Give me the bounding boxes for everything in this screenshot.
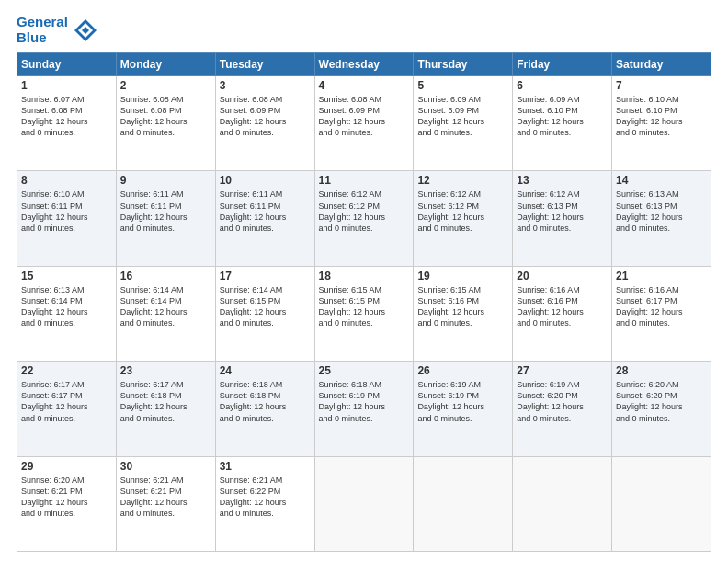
day-info: Sunrise: 6:21 AMSunset: 6:22 PMDaylight:… (220, 475, 311, 520)
day-info: Sunrise: 6:15 AMSunset: 6:15 PMDaylight:… (319, 284, 410, 329)
day-number: 17 (220, 270, 311, 282)
day-number: 16 (120, 270, 211, 282)
page: General Blue SundayMondayTuesdayWednesda… (0, 0, 728, 563)
day-number: 11 (319, 174, 410, 187)
calendar-week-row: 15Sunrise: 6:13 AMSunset: 6:14 PMDayligh… (17, 266, 711, 361)
day-number: 12 (417, 174, 508, 187)
calendar-cell: 24Sunrise: 6:18 AMSunset: 6:18 PMDayligh… (215, 362, 314, 456)
day-header-friday: Friday (513, 53, 612, 76)
day-number: 9 (120, 174, 211, 187)
logo: General Blue (17, 15, 98, 45)
day-info: Sunrise: 6:16 AMSunset: 6:17 PMDaylight:… (616, 284, 707, 329)
calendar-cell (612, 456, 711, 551)
day-info: Sunrise: 6:19 AMSunset: 6:20 PMDaylight:… (517, 379, 608, 424)
day-number: 23 (120, 364, 211, 377)
day-number: 10 (220, 174, 311, 187)
day-info: Sunrise: 6:12 AMSunset: 6:13 PMDaylight:… (517, 189, 608, 234)
day-number: 6 (517, 79, 608, 92)
calendar-cell: 22Sunrise: 6:17 AMSunset: 6:17 PMDayligh… (17, 362, 117, 456)
logo-line1: General (17, 15, 68, 30)
calendar-cell: 17Sunrise: 6:14 AMSunset: 6:15 PMDayligh… (215, 266, 314, 361)
calendar-cell: 27Sunrise: 6:19 AMSunset: 6:20 PMDayligh… (513, 362, 612, 456)
logo-line2: Blue (17, 30, 68, 46)
day-number: 2 (120, 79, 211, 92)
day-number: 15 (21, 270, 112, 282)
day-header-saturday: Saturday (612, 53, 711, 76)
day-number: 8 (21, 174, 112, 187)
day-info: Sunrise: 6:15 AMSunset: 6:16 PMDaylight:… (417, 284, 508, 329)
calendar-cell: 9Sunrise: 6:11 AMSunset: 6:11 PMDaylight… (116, 171, 215, 266)
day-info: Sunrise: 6:12 AMSunset: 6:12 PMDaylight:… (319, 189, 410, 234)
calendar-cell: 15Sunrise: 6:13 AMSunset: 6:14 PMDayligh… (17, 266, 117, 361)
day-info: Sunrise: 6:08 AMSunset: 6:09 PMDaylight:… (220, 94, 311, 139)
calendar-cell: 19Sunrise: 6:15 AMSunset: 6:16 PMDayligh… (414, 266, 513, 361)
day-number: 1 (21, 79, 112, 92)
calendar-cell: 16Sunrise: 6:14 AMSunset: 6:14 PMDayligh… (116, 266, 215, 361)
day-number: 27 (517, 364, 608, 377)
day-info: Sunrise: 6:10 AMSunset: 6:11 PMDaylight:… (21, 189, 112, 234)
calendar-cell: 3Sunrise: 6:08 AMSunset: 6:09 PMDaylight… (215, 76, 314, 171)
calendar-cell (414, 456, 513, 551)
day-header-sunday: Sunday (17, 53, 117, 76)
logo-icon (73, 17, 98, 43)
day-number: 19 (417, 270, 508, 282)
calendar-cell: 2Sunrise: 6:08 AMSunset: 6:08 PMDaylight… (116, 76, 215, 171)
calendar-cell: 25Sunrise: 6:18 AMSunset: 6:19 PMDayligh… (314, 362, 414, 456)
day-number: 4 (319, 79, 410, 92)
day-header-thursday: Thursday (414, 53, 513, 76)
calendar-week-row: 8Sunrise: 6:10 AMSunset: 6:11 PMDaylight… (17, 171, 711, 266)
calendar-table: SundayMondayTuesdayWednesdayThursdayFrid… (17, 52, 711, 552)
day-number: 26 (417, 364, 508, 377)
day-header-monday: Monday (116, 53, 215, 76)
day-number: 24 (220, 364, 311, 377)
calendar-cell: 11Sunrise: 6:12 AMSunset: 6:12 PMDayligh… (314, 171, 414, 266)
calendar-cell: 6Sunrise: 6:09 AMSunset: 6:10 PMDaylight… (513, 76, 612, 171)
day-info: Sunrise: 6:13 AMSunset: 6:13 PMDaylight:… (616, 189, 707, 234)
day-number: 21 (616, 270, 707, 282)
calendar-cell (314, 456, 414, 551)
day-number: 3 (220, 79, 311, 92)
day-number: 14 (616, 174, 707, 187)
day-header-tuesday: Tuesday (215, 53, 314, 76)
calendar-cell (513, 456, 612, 551)
day-info: Sunrise: 6:11 AMSunset: 6:11 PMDaylight:… (120, 189, 211, 234)
calendar-week-row: 1Sunrise: 6:07 AMSunset: 6:08 PMDaylight… (17, 76, 711, 171)
calendar-week-row: 29Sunrise: 6:20 AMSunset: 6:21 PMDayligh… (17, 456, 711, 551)
day-info: Sunrise: 6:08 AMSunset: 6:08 PMDaylight:… (120, 94, 211, 139)
calendar-cell: 31Sunrise: 6:21 AMSunset: 6:22 PMDayligh… (215, 456, 314, 551)
day-number: 18 (319, 270, 410, 282)
day-number: 25 (319, 364, 410, 377)
calendar-cell: 30Sunrise: 6:21 AMSunset: 6:21 PMDayligh… (116, 456, 215, 551)
day-info: Sunrise: 6:13 AMSunset: 6:14 PMDaylight:… (21, 284, 112, 329)
day-info: Sunrise: 6:20 AMSunset: 6:21 PMDaylight:… (21, 475, 112, 520)
day-number: 13 (517, 174, 608, 187)
day-info: Sunrise: 6:14 AMSunset: 6:14 PMDaylight:… (120, 284, 211, 329)
day-info: Sunrise: 6:14 AMSunset: 6:15 PMDaylight:… (220, 284, 311, 329)
day-info: Sunrise: 6:18 AMSunset: 6:18 PMDaylight:… (220, 379, 311, 424)
day-info: Sunrise: 6:10 AMSunset: 6:10 PMDaylight:… (616, 94, 707, 139)
calendar-cell: 4Sunrise: 6:08 AMSunset: 6:09 PMDaylight… (314, 76, 414, 171)
calendar-cell: 14Sunrise: 6:13 AMSunset: 6:13 PMDayligh… (612, 171, 711, 266)
calendar-cell: 13Sunrise: 6:12 AMSunset: 6:13 PMDayligh… (513, 171, 612, 266)
header: General Blue (17, 15, 711, 45)
calendar-cell: 29Sunrise: 6:20 AMSunset: 6:21 PMDayligh… (17, 456, 117, 551)
calendar-cell: 21Sunrise: 6:16 AMSunset: 6:17 PMDayligh… (612, 266, 711, 361)
day-info: Sunrise: 6:17 AMSunset: 6:17 PMDaylight:… (21, 379, 112, 424)
day-info: Sunrise: 6:07 AMSunset: 6:08 PMDaylight:… (21, 94, 112, 139)
calendar-cell: 10Sunrise: 6:11 AMSunset: 6:11 PMDayligh… (215, 171, 314, 266)
calendar-cell: 5Sunrise: 6:09 AMSunset: 6:09 PMDaylight… (414, 76, 513, 171)
day-info: Sunrise: 6:18 AMSunset: 6:19 PMDaylight:… (319, 379, 410, 424)
day-number: 28 (616, 364, 707, 377)
day-info: Sunrise: 6:20 AMSunset: 6:20 PMDaylight:… (616, 379, 707, 424)
day-info: Sunrise: 6:08 AMSunset: 6:09 PMDaylight:… (319, 94, 410, 139)
calendar-cell: 18Sunrise: 6:15 AMSunset: 6:15 PMDayligh… (314, 266, 414, 361)
day-info: Sunrise: 6:12 AMSunset: 6:12 PMDaylight:… (417, 189, 508, 234)
day-number: 31 (220, 460, 311, 473)
day-number: 30 (120, 460, 211, 473)
day-header-wednesday: Wednesday (314, 53, 414, 76)
day-info: Sunrise: 6:09 AMSunset: 6:10 PMDaylight:… (517, 94, 608, 139)
day-info: Sunrise: 6:16 AMSunset: 6:16 PMDaylight:… (517, 284, 608, 329)
calendar-header-row: SundayMondayTuesdayWednesdayThursdayFrid… (17, 53, 711, 76)
day-info: Sunrise: 6:21 AMSunset: 6:21 PMDaylight:… (120, 475, 211, 520)
day-number: 29 (21, 460, 112, 473)
